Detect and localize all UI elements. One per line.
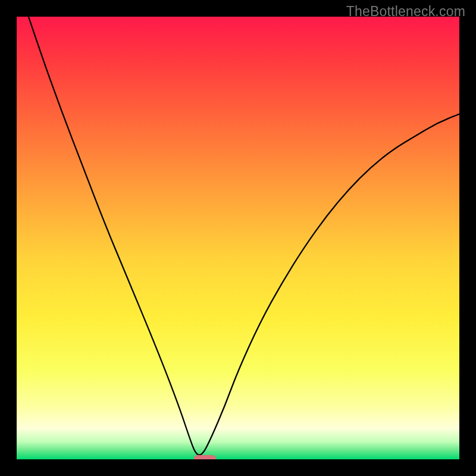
- curve-layer: [17, 17, 459, 459]
- optimal-marker: [194, 455, 216, 459]
- plot-area: [17, 17, 459, 459]
- outer-frame: TheBottleneck.com: [0, 0, 476, 476]
- bottleneck-curve-path: [17, 17, 459, 455]
- watermark-text: TheBottleneck.com: [346, 4, 465, 20]
